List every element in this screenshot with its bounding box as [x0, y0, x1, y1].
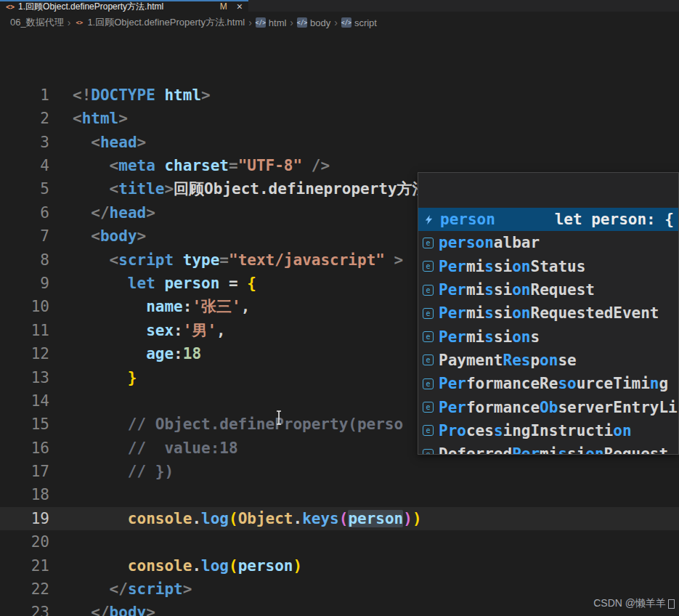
variable-suggestion-icon — [423, 214, 435, 226]
suggestion-label: PermissionStatus — [439, 258, 585, 275]
breadcrumb-item[interactable]: </>html — [256, 17, 287, 28]
line-number[interactable]: 17 — [0, 460, 49, 483]
code-line[interactable]: 23 </body> — [0, 601, 679, 616]
line-number[interactable]: 9 — [0, 272, 49, 295]
breadcrumb-label: body — [310, 17, 330, 28]
mouse-cursor — [275, 410, 283, 429]
suggestion-item[interactable]: ePermissionRequest — [418, 278, 678, 301]
breadcrumb-item[interactable]: </>script — [341, 17, 377, 28]
code-text: console.log(person) — [73, 554, 302, 578]
code-line[interactable]: 17 // }) — [0, 460, 679, 483]
interface-suggestion-icon: e — [423, 238, 434, 248]
code-text: // Object.defineProperty(perso — [73, 413, 403, 436]
code-text: <body> — [73, 224, 146, 248]
suggestion-item[interactable]: eProcessingInstruction — [418, 419, 678, 442]
suggestion-label: ProcessingInstruction — [439, 422, 632, 439]
suggestion-item[interactable]: ePermissionStatus — [418, 255, 678, 278]
interface-suggestion-icon: e — [423, 308, 434, 319]
line-number[interactable]: 13 — [0, 366, 49, 389]
suggestion-item[interactable]: epersonalbar — [418, 231, 678, 254]
suggest-list: personlet person: {epersonalbarePermissi… — [418, 208, 678, 455]
code-text: <meta charset="UTF-8" /> — [73, 154, 330, 177]
line-number[interactable]: 6 — [0, 201, 49, 224]
suggest-widget[interactable]: personlet person: {epersonalbarePermissi… — [418, 172, 679, 455]
line-number[interactable]: 15 — [0, 413, 49, 436]
suggestion-item[interactable]: ePermissionRequestedEvent — [418, 301, 678, 325]
code-text: // }) — [73, 460, 174, 483]
interface-suggestion-icon: e — [423, 449, 434, 455]
suggestion-label: PerformanceObserverEntryLi — [439, 399, 678, 416]
line-number[interactable]: 8 — [0, 248, 49, 272]
tab-title: 1.回顾Object.defineProperty方法.html — [18, 1, 163, 12]
code-text: </script> — [73, 578, 192, 601]
code-line[interactable]: 20 — [0, 530, 679, 554]
code-line[interactable]: 1<!DOCTYPE html> — [0, 84, 679, 107]
breadcrumb-item[interactable]: 06_数据代理 — [10, 16, 64, 29]
code-symbol-icon: </> — [341, 17, 351, 28]
tab-bar: <> 1.回顾Object.defineProperty方法.html M × — [0, 0, 679, 12]
breadcrumb-separator-icon: › — [290, 17, 293, 28]
code-text: name:'张三', — [73, 295, 250, 318]
code-line[interactable]: 22 </script> — [0, 578, 679, 601]
suggestion-label: DeferredPermissionRequest — [439, 445, 668, 455]
suggestion-item[interactable]: eDeferredPermissionRequest — [418, 442, 678, 455]
suggestion-label: Permissions — [439, 328, 540, 346]
line-number[interactable]: 12 — [0, 342, 49, 365]
breadcrumb-item[interactable]: <>1.回顾Object.defineProperty方法.html — [74, 16, 245, 29]
breadcrumb-item[interactable]: </>body — [297, 17, 330, 28]
code-text: <html> — [73, 107, 128, 130]
code-text: console.log(Object.keys(person)) — [73, 507, 422, 530]
line-number[interactable]: 16 — [0, 437, 49, 460]
suggestion-item[interactable]: ePermissions — [418, 325, 678, 348]
editor-tab[interactable]: <> 1.回顾Object.defineProperty方法.html M × — [0, 0, 248, 12]
breadcrumb: 06_数据代理›<>1.回顾Object.defineProperty方法.ht… — [0, 12, 679, 33]
line-number[interactable]: 10 — [0, 295, 49, 318]
code-line[interactable]: 18 — [0, 483, 679, 506]
line-number[interactable]: 1 — [0, 84, 49, 107]
code-line[interactable]: 21 console.log(person) — [0, 554, 679, 578]
breadcrumb-separator-icon: › — [334, 17, 338, 28]
line-number[interactable]: 22 — [0, 578, 49, 601]
suggestion-label: PerformanceResourceTiming — [439, 375, 668, 392]
suggestion-label: PaymentResponse — [439, 352, 577, 369]
line-number[interactable]: 14 — [0, 389, 49, 413]
code-symbol-icon: </> — [256, 17, 266, 28]
interface-suggestion-icon: e — [423, 261, 434, 272]
interface-suggestion-icon: e — [423, 378, 434, 389]
breadcrumb-separator-icon: › — [68, 17, 71, 28]
suggestion-item[interactable]: ePerformanceObserverEntryLi — [418, 395, 678, 418]
line-number[interactable]: 3 — [0, 131, 49, 154]
suggestion-item[interactable]: ePaymentResponse — [418, 349, 678, 372]
suggestion-item[interactable]: ePerformanceResourceTiming — [418, 372, 678, 395]
suggestion-label: PermissionRequestedEvent — [439, 304, 659, 322]
code-text: // value:18 — [73, 437, 238, 460]
line-number[interactable]: 19 — [0, 507, 49, 530]
line-number[interactable]: 7 — [0, 224, 49, 248]
code-text: } — [73, 366, 137, 389]
interface-suggestion-icon: e — [423, 402, 434, 413]
interface-suggestion-icon: e — [423, 285, 434, 296]
suggestion-item[interactable]: personlet person: { — [418, 208, 678, 231]
git-modified-badge: M — [220, 1, 227, 12]
line-number[interactable]: 2 — [0, 107, 49, 130]
code-line[interactable]: 19 console.log(Object.keys(person)) — [0, 507, 679, 530]
code-line[interactable]: 2<html> — [0, 107, 679, 130]
suggestion-detail: let person: { — [555, 211, 675, 228]
close-icon[interactable]: × — [237, 1, 243, 12]
code-text: </body> — [73, 601, 155, 616]
code-line[interactable]: 3 <head> — [0, 131, 679, 154]
code-text: age:18 — [73, 342, 201, 365]
interface-suggestion-icon: e — [423, 331, 434, 342]
html-file-icon: <> — [6, 3, 15, 11]
code-symbol-icon: </> — [297, 17, 307, 28]
line-number[interactable]: 20 — [0, 530, 49, 554]
line-number[interactable]: 11 — [0, 319, 49, 342]
line-number[interactable]: 23 — [0, 601, 49, 616]
suggestion-label: person — [440, 211, 495, 228]
suggestion-label: personalbar — [439, 234, 540, 251]
line-number[interactable]: 21 — [0, 554, 49, 578]
line-number[interactable]: 4 — [0, 154, 49, 177]
watermark-box-glyph — [668, 599, 675, 609]
line-number[interactable]: 5 — [0, 177, 49, 200]
line-number[interactable]: 18 — [0, 483, 49, 506]
